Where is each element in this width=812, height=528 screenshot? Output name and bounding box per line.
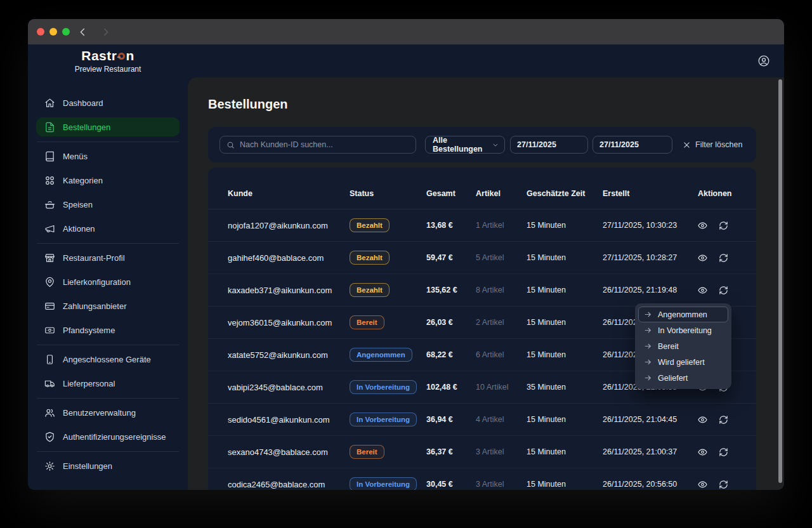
sidebar-item[interactable]: Lieferpersonal	[36, 374, 180, 393]
status-menu-item[interactable]: Bereit	[638, 338, 728, 354]
view-order-button[interactable]	[698, 480, 707, 489]
clear-filters-label: Filter löschen	[695, 140, 742, 149]
back-icon[interactable]	[75, 24, 90, 39]
sidebar-divider	[37, 345, 179, 345]
sidebar-item[interactable]: Kategorien	[36, 171, 180, 190]
cell-items: 4 Artikel	[476, 415, 527, 424]
users-icon	[44, 407, 55, 418]
view-order-button[interactable]	[698, 415, 707, 425]
cell-actions	[698, 447, 737, 457]
update-status-button[interactable]	[719, 447, 728, 457]
menu-book-icon	[44, 151, 55, 162]
cell-customer: gahihef460@bablace.com	[228, 253, 350, 263]
search-icon	[226, 141, 235, 149]
cell-items: 8 Artikel	[476, 286, 527, 294]
cell-total: 26,03 €	[426, 318, 476, 327]
sidebar-item[interactable]: Dashboard	[36, 93, 180, 112]
table-row[interactable]: sexano4743@bablace.com Bereit 36,37 € 3 …	[208, 436, 756, 468]
cell-customer: nojofa1207@aikunkun.com	[228, 221, 350, 230]
forward-icon[interactable]	[98, 24, 113, 39]
sidebar-item[interactable]: Menüs	[36, 147, 180, 166]
update-status-button[interactable]	[719, 286, 728, 295]
table-row[interactable]: codica2465@bablace.com In Vorbereitung 3…	[208, 468, 756, 490]
account-icon[interactable]	[757, 55, 770, 67]
traffic-light-close[interactable]	[37, 28, 44, 36]
update-status-button[interactable]	[719, 415, 728, 425]
cell-total: 36,37 €	[426, 447, 476, 456]
sidebar-item[interactable]: Pfandsysteme	[36, 320, 180, 340]
truck-icon	[44, 378, 55, 389]
sidebar-item[interactable]: Benutzerverwaltung	[36, 403, 180, 422]
cell-actions	[698, 415, 737, 425]
view-order-button[interactable]	[698, 286, 707, 295]
cell-total: 36,94 €	[426, 415, 476, 424]
sidebar-item-label: Authentifizierungsereignisse	[63, 432, 166, 442]
sidebar-item[interactable]: Zahlungsanbieter	[36, 296, 180, 315]
table-row[interactable]: sedido4561@aikunkun.com In Vorbereitung …	[208, 404, 756, 436]
table-row[interactable]: kaxadeb371@aikunkun.com Bezahlt 135,62 €…	[208, 274, 756, 307]
cell-total: 68,22 €	[426, 350, 476, 359]
logo-o-icon	[118, 53, 125, 60]
status-menu-item[interactable]: Wird geliefert	[638, 354, 728, 370]
sidebar-item-label: Speisen	[63, 200, 93, 209]
status-menu-item-label: Bereit	[658, 342, 679, 351]
cell-items: 3 Artikel	[476, 447, 527, 456]
cell-actions	[698, 286, 737, 295]
cell-created: 27/11/2025, 10:30:23	[603, 221, 698, 230]
status-menu-item-label: Geliefert	[658, 374, 688, 383]
table-row[interactable]: gahihef460@bablace.com Bezahlt 59,47 € 5…	[208, 242, 756, 274]
tablet-icon	[44, 354, 55, 365]
table-column-header: Kunde	[228, 189, 350, 198]
storefront-icon	[44, 253, 55, 263]
view-order-button[interactable]	[698, 253, 707, 263]
app-window: Rastrn Preview Restaurant Dashboard Best…	[28, 19, 784, 490]
sidebar-item[interactable]: Angeschlossene Geräte	[36, 350, 180, 369]
status-menu-item[interactable]: Geliefert	[638, 370, 728, 386]
sidebar-item[interactable]: Restaurant-Profil	[36, 248, 180, 267]
home-icon	[44, 98, 55, 109]
update-status-button[interactable]	[719, 253, 728, 263]
sidebar-item[interactable]: Bestellungen	[36, 117, 180, 136]
table-row[interactable]: nojofa1207@aikunkun.com Bezahlt 13,68 € …	[208, 209, 756, 242]
cell-customer: sedido4561@aikunkun.com	[228, 415, 350, 425]
cell-created: 26/11/2025, 21:19:48	[603, 286, 698, 294]
date-from-input[interactable]	[517, 140, 581, 149]
scrollbar[interactable]	[778, 79, 782, 483]
update-status-button[interactable]	[719, 480, 728, 489]
status-menu-item[interactable]: In Vorbereitung	[638, 322, 728, 338]
credit-card-icon	[44, 301, 55, 312]
sidebar-item[interactable]: Lieferkonfiguration	[36, 272, 180, 291]
refresh-icon	[719, 253, 728, 263]
cell-items: 2 Artikel	[476, 318, 527, 327]
cell-estimated-time: 15 Minuten	[527, 221, 603, 230]
sidebar-item[interactable]: Speisen	[36, 195, 180, 214]
date-to-input[interactable]	[599, 140, 665, 149]
clear-filters-button[interactable]: Filter löschen	[683, 136, 742, 154]
cell-total: 59,47 €	[426, 253, 476, 262]
cell-estimated-time: 15 Minuten	[527, 447, 603, 456]
sidebar-item[interactable]: Authentifizierungsereignisse	[36, 427, 180, 446]
status-filter-select[interactable]: Alle Bestellungen	[425, 136, 505, 154]
sidebar: Dashboard Bestellungen Menüs Kategorien	[28, 77, 188, 490]
main-panel: Bestellungen Alle Bestellungen	[188, 77, 784, 490]
traffic-light-zoom[interactable]	[62, 28, 70, 36]
document-icon	[44, 122, 55, 133]
cell-customer: kaxadeb371@aikunkun.com	[228, 286, 350, 295]
status-filter-value: Alle Bestellungen	[433, 136, 492, 154]
status-badge: In Vorbereitung	[350, 412, 417, 427]
table-column-header: Gesamt	[426, 189, 476, 198]
view-order-button[interactable]	[698, 221, 707, 230]
status-badge: In Vorbereitung	[350, 477, 417, 490]
status-menu-item[interactable]: Angenommen	[638, 307, 728, 322]
sidebar-item-label: Restaurant-Profil	[63, 253, 125, 263]
update-status-button[interactable]	[719, 221, 728, 230]
traffic-light-minimize[interactable]	[49, 28, 57, 36]
sidebar-divider	[37, 398, 179, 399]
sidebar-item[interactable]: Aktionen	[36, 219, 180, 238]
search-input[interactable]	[240, 140, 416, 149]
sidebar-item[interactable]: Einstellungen	[36, 456, 180, 475]
cell-actions	[698, 221, 737, 230]
view-order-button[interactable]	[698, 447, 707, 457]
traffic-lights	[37, 28, 70, 36]
titlebar	[28, 19, 784, 44]
